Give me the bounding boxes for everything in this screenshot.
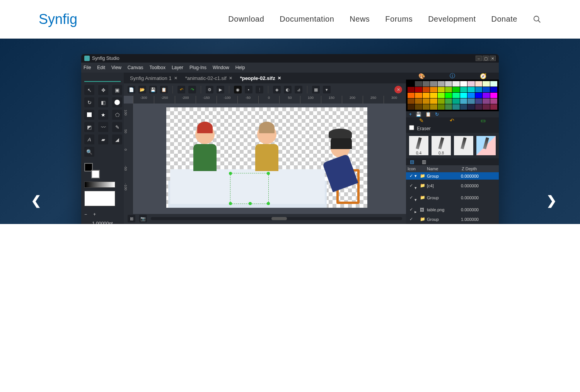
- onion-skin-icon[interactable]: ◉: [234, 86, 242, 93]
- palette-color[interactable]: [483, 104, 490, 110]
- doc-tab-1[interactable]: Synfig Animation 1✕: [130, 75, 177, 81]
- menu-plugins[interactable]: Plug-Ins: [189, 65, 206, 70]
- brush-preset-4[interactable]: [476, 136, 496, 155]
- palette-color[interactable]: [475, 98, 482, 104]
- palette-color[interactable]: [445, 81, 452, 87]
- palette-color[interactable]: [438, 81, 445, 87]
- layer-row[interactable]: ✓▾📁[c4]0.000000: [406, 180, 499, 192]
- palette-color[interactable]: [475, 93, 482, 98]
- palette-color[interactable]: [483, 98, 490, 104]
- panel-navigator-icon[interactable]: 🧭: [480, 73, 486, 79]
- layers-tab-icon[interactable]: ▤: [410, 159, 414, 165]
- palette-color[interactable]: [467, 81, 474, 87]
- brush-eraser-toggle[interactable]: Eraser: [406, 124, 499, 133]
- palette-refresh-icon[interactable]: ↻: [435, 112, 439, 117]
- tool-star[interactable]: [98, 110, 108, 120]
- menu-edit[interactable]: Edit: [97, 65, 105, 70]
- palette-color[interactable]: [483, 81, 490, 87]
- tool-gradient[interactable]: ◩: [84, 122, 94, 132]
- layer-row[interactable]: ✓▸🖼table.png0.000000: [406, 204, 499, 216]
- palette-color[interactable]: [438, 93, 445, 98]
- palette-color[interactable]: [490, 81, 497, 87]
- onion-past-icon[interactable]: •: [245, 86, 252, 93]
- nav-news[interactable]: News: [350, 15, 370, 24]
- palette-color[interactable]: [490, 98, 497, 104]
- close-icon[interactable]: ✕: [278, 76, 281, 81]
- show-grid-icon[interactable]: ▦: [312, 86, 320, 93]
- palette-color[interactable]: [408, 93, 415, 98]
- tool-rotate[interactable]: ↻: [84, 97, 94, 107]
- palette-color[interactable]: [490, 104, 497, 110]
- tool-zoom[interactable]: 🔍: [84, 147, 94, 157]
- tool-draw[interactable]: ✎: [112, 122, 122, 132]
- tool-polygon[interactable]: ⬠: [112, 110, 122, 120]
- history-tab-icon[interactable]: ↶: [450, 117, 454, 124]
- palette-color[interactable]: [475, 87, 482, 92]
- more-icon[interactable]: ▾: [323, 86, 331, 93]
- window-minimize[interactable]: –: [476, 56, 482, 61]
- palette-save-icon[interactable]: 💾: [416, 112, 421, 117]
- layer-row[interactable]: ✓▾📁Group0.000000: [406, 172, 499, 180]
- snap-icon[interactable]: ◈: [273, 86, 281, 93]
- palette-color[interactable]: [430, 81, 437, 87]
- palette-color[interactable]: [438, 104, 445, 110]
- palette-color[interactable]: [423, 98, 430, 104]
- tool-transform[interactable]: ↖: [84, 85, 94, 95]
- menu-layer[interactable]: Layer: [172, 65, 183, 70]
- palette-color[interactable]: [445, 87, 452, 92]
- palette-color[interactable]: [452, 93, 459, 98]
- palette-color[interactable]: [483, 87, 490, 92]
- palette-color[interactable]: [423, 81, 430, 87]
- palette-color[interactable]: [430, 87, 437, 92]
- tool-rectangle[interactable]: [84, 110, 94, 120]
- brush-preset-2[interactable]: 0.8: [432, 136, 451, 155]
- menu-file[interactable]: File: [84, 65, 91, 70]
- palette-color[interactable]: [415, 104, 422, 110]
- carousel-prev[interactable]: ❮: [31, 193, 41, 208]
- palette-color[interactable]: [483, 93, 490, 98]
- palette-color[interactable]: [445, 93, 452, 98]
- background-color[interactable]: [91, 170, 100, 178]
- palette-color[interactable]: [423, 104, 430, 110]
- nav-development[interactable]: Development: [428, 15, 476, 24]
- palette-color[interactable]: [452, 87, 459, 92]
- tool-smooth-move[interactable]: ✥: [98, 85, 108, 95]
- brush-tab-icon[interactable]: ✎: [419, 117, 424, 124]
- preview-icon[interactable]: ▶: [217, 86, 224, 93]
- palette-color[interactable]: [460, 98, 467, 104]
- doc-tab-3[interactable]: *people-02.sifz✕: [240, 75, 281, 81]
- palette-load-icon[interactable]: 📋: [425, 112, 431, 117]
- palette-color[interactable]: [452, 104, 459, 110]
- nav-download[interactable]: Download: [228, 15, 264, 24]
- palette-color[interactable]: [475, 104, 482, 110]
- palette-color[interactable]: [467, 87, 474, 92]
- palette-color[interactable]: [423, 87, 430, 92]
- render-icon[interactable]: ⚙: [206, 86, 213, 93]
- menu-window[interactable]: Window: [213, 65, 229, 70]
- eraser-checkbox[interactable]: [409, 125, 414, 130]
- palette-color[interactable]: [475, 81, 482, 87]
- color-swatches[interactable]: [84, 163, 100, 178]
- palette-color[interactable]: [452, 98, 459, 104]
- palette-color[interactable]: [408, 87, 415, 92]
- palette-color[interactable]: [438, 87, 445, 92]
- palette-color[interactable]: [460, 81, 467, 87]
- onion-future-icon[interactable]: ⋮: [256, 86, 263, 93]
- save-icon[interactable]: 💾: [149, 86, 157, 93]
- tool-mirror[interactable]: ◧: [98, 97, 108, 107]
- palette-color[interactable]: [467, 104, 474, 110]
- palette-color[interactable]: [460, 104, 467, 110]
- redo-icon[interactable]: ↷: [188, 86, 196, 93]
- close-red-icon[interactable]: ✕: [394, 86, 402, 93]
- panel-info-icon[interactable]: ⓘ: [450, 73, 455, 80]
- palette-color[interactable]: [445, 98, 452, 104]
- palette-color[interactable]: [408, 81, 415, 87]
- palette-color[interactable]: [467, 93, 474, 98]
- size-decrease[interactable]: −: [84, 212, 87, 217]
- site-brand[interactable]: Synfig: [39, 11, 77, 27]
- tool-scale[interactable]: ▣: [112, 85, 122, 95]
- new-file-icon[interactable]: 📄: [128, 86, 135, 93]
- palette-color[interactable]: [423, 93, 430, 98]
- carousel-next[interactable]: ❯: [546, 193, 557, 208]
- size-increase[interactable]: +: [93, 212, 96, 217]
